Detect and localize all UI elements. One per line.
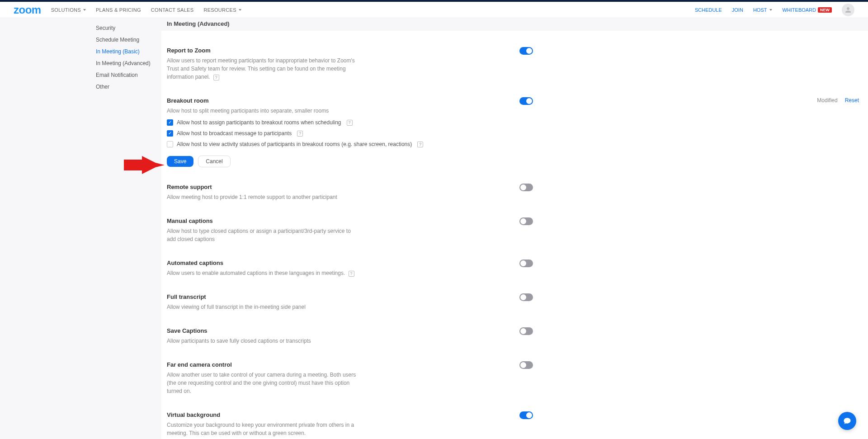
save-button[interactable]: Save: [167, 156, 193, 167]
reset-link[interactable]: Reset: [845, 97, 859, 104]
sidenav-other[interactable]: Other: [96, 81, 161, 93]
setting-title: Save Captions: [167, 327, 519, 334]
sidenav-email[interactable]: Email Notification: [96, 69, 161, 81]
toggle-far-end[interactable]: [519, 361, 533, 369]
setting-desc: Allow viewing of full transcript in the …: [167, 303, 361, 311]
left-gutter: [0, 20, 82, 439]
header: zoom SOLUTIONS PLANS & PRICING CONTACT S…: [0, 2, 868, 18]
nav-schedule[interactable]: SCHEDULE: [695, 7, 722, 13]
sidenav-security[interactable]: Security: [96, 22, 161, 34]
toggle-breakout[interactable]: [519, 97, 533, 105]
content: In Meeting (Advanced) Report to Zoom All…: [161, 20, 868, 439]
avatar[interactable]: [842, 4, 854, 16]
checkbox-label: Allow host to broadcast message to parti…: [177, 130, 292, 137]
toggle-full-transcript[interactable]: [519, 293, 533, 301]
setting-breakout: Breakout room Allow host to split meetin…: [167, 89, 863, 175]
help-icon[interactable]: ?: [347, 120, 353, 126]
sidenav-schedule[interactable]: Schedule Meeting: [96, 34, 161, 46]
logo[interactable]: zoom: [14, 4, 41, 16]
setting-desc: Allow participants to save fully closed …: [167, 337, 361, 345]
nav-join[interactable]: JOIN: [732, 7, 743, 13]
setting-title: Manual captions: [167, 217, 519, 224]
setting-full-transcript: Full transcript Allow viewing of full tr…: [167, 285, 863, 319]
nav-host[interactable]: HOST: [753, 7, 773, 13]
section-header: In Meeting (Advanced): [161, 20, 868, 31]
sidenav-basic[interactable]: In Meeting (Basic): [96, 46, 161, 57]
right-nav: SCHEDULE JOIN HOST WHITEBOARD NEW: [695, 4, 854, 16]
setting-title: Virtual background: [167, 411, 519, 418]
setting-title: Automated captions: [167, 260, 519, 266]
toggle-manual-captions[interactable]: [519, 217, 533, 225]
chat-icon: [843, 417, 851, 425]
modified-label: Modified: [817, 97, 837, 104]
toggle-remote[interactable]: [519, 184, 533, 191]
setting-manual-captions: Manual captions Allow host to type close…: [167, 209, 863, 251]
svg-marker-0: [124, 156, 165, 174]
nav-whiteboard-label: WHITEBOARD: [782, 7, 816, 13]
help-icon[interactable]: ?: [417, 142, 423, 147]
help-icon[interactable]: ?: [349, 271, 354, 277]
sidenav: Security Schedule Meeting In Meeting (Ba…: [82, 20, 161, 439]
nav-resources[interactable]: RESOURCES: [203, 7, 241, 13]
setting-desc: Allow users to report meeting participan…: [167, 57, 361, 81]
checkbox-label: Allow host to view activity statuses of …: [177, 141, 412, 147]
setting-title: Far end camera control: [167, 361, 519, 368]
cancel-button[interactable]: Cancel: [198, 156, 230, 167]
checkbox-label: Allow host to assign participants to bre…: [177, 119, 341, 126]
checkbox-row-1: Allow host to assign participants to bre…: [167, 119, 519, 126]
setting-desc-text: Allow users to report meeting participan…: [167, 57, 355, 80]
setting-desc: Allow users to enable automated captions…: [167, 269, 361, 277]
new-badge: NEW: [818, 7, 832, 13]
setting-title: Report to Zoom: [167, 47, 519, 54]
help-icon[interactable]: ?: [213, 75, 219, 80]
setting-title: Breakout room: [167, 97, 519, 104]
setting-virtual-bg: Virtual background Customize your backgr…: [167, 403, 863, 439]
setting-title: Full transcript: [167, 293, 519, 300]
setting-desc: Allow host to split meeting participants…: [167, 107, 361, 115]
setting-desc: Allow another user to take control of yo…: [167, 371, 361, 395]
setting-remote: Remote support Allow meeting host to pro…: [167, 175, 863, 209]
setting-desc-text: Allow users to enable automated captions…: [167, 270, 345, 276]
sidenav-advanced[interactable]: In Meeting (Advanced): [96, 57, 161, 69]
setting-title: Remote support: [167, 184, 519, 190]
setting-auto-captions: Automated captions Allow users to enable…: [167, 251, 863, 285]
setting-desc: Allow meeting host to provide 1:1 remote…: [167, 193, 361, 201]
setting-far-end: Far end camera control Allow another use…: [167, 353, 863, 403]
button-group: Save Cancel: [167, 156, 519, 167]
nav-solutions[interactable]: SOLUTIONS: [51, 7, 86, 13]
setting-desc: Allow host to type closed captions or as…: [167, 227, 361, 243]
toggle-virtual-bg[interactable]: [519, 411, 533, 419]
nav-plans[interactable]: PLANS & PRICING: [96, 7, 141, 13]
main-nav: SOLUTIONS PLANS & PRICING CONTACT SALES …: [51, 7, 241, 13]
toggle-auto-captions[interactable]: [519, 260, 533, 267]
checkbox-activity[interactable]: [167, 141, 173, 147]
arrow-annotation: [124, 156, 165, 176]
toggle-report[interactable]: [519, 47, 533, 55]
chat-bubble[interactable]: [838, 412, 856, 430]
checkbox-broadcast[interactable]: [167, 130, 173, 137]
nav-contact[interactable]: CONTACT SALES: [151, 7, 194, 13]
user-icon: [844, 6, 852, 14]
checkbox-row-2: Allow host to broadcast message to parti…: [167, 130, 519, 137]
page: Security Schedule Meeting In Meeting (Ba…: [0, 18, 868, 439]
nav-whiteboard[interactable]: WHITEBOARD NEW: [782, 7, 832, 13]
help-icon[interactable]: ?: [297, 131, 303, 137]
setting-report: Report to Zoom Allow users to report mee…: [167, 39, 863, 89]
settings-list: Report to Zoom Allow users to report mee…: [161, 39, 868, 439]
checkbox-assign[interactable]: [167, 119, 173, 126]
toggle-save-captions[interactable]: [519, 327, 533, 335]
section-title: In Meeting (Advanced): [167, 20, 868, 27]
setting-desc: Customize your background to keep your e…: [167, 421, 361, 437]
setting-save-captions: Save Captions Allow participants to save…: [167, 319, 863, 353]
checkbox-row-3: Allow host to view activity statuses of …: [167, 141, 519, 147]
